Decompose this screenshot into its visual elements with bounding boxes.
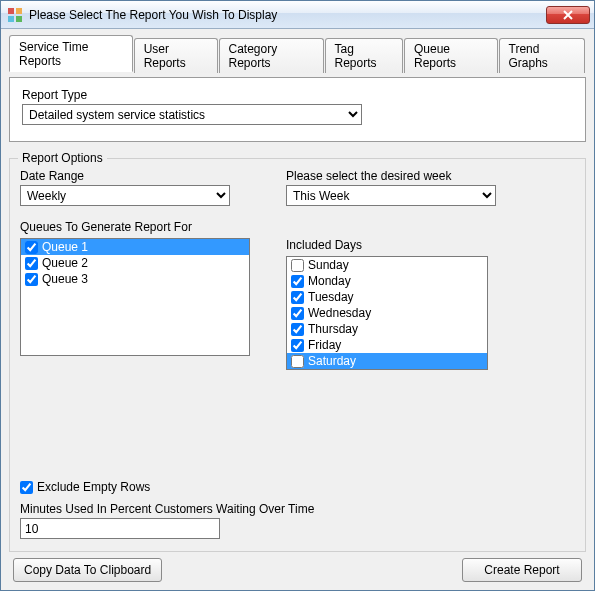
window-title: Please Select The Report You Wish To Dis… xyxy=(29,8,546,22)
queue-item[interactable]: Queue 1 xyxy=(21,239,249,255)
report-type-label: Report Type xyxy=(22,88,573,102)
day-item-label: Saturday xyxy=(308,354,356,368)
dialog-window: Please Select The Report You Wish To Dis… xyxy=(0,0,595,591)
week-select[interactable]: This Week xyxy=(286,185,496,206)
exclude-empty-label: Exclude Empty Rows xyxy=(37,480,150,494)
client-area: Service Time Reports User Reports Catego… xyxy=(1,29,594,590)
day-checkbox[interactable] xyxy=(291,339,304,352)
date-range-select[interactable]: Weekly xyxy=(20,185,230,206)
report-options-group: Report Options Date Range Weekly Queues … xyxy=(9,158,586,552)
svg-rect-0 xyxy=(8,8,14,14)
day-checkbox[interactable] xyxy=(291,259,304,272)
button-row: Copy Data To Clipboard Create Report xyxy=(9,558,586,582)
copy-to-clipboard-button[interactable]: Copy Data To Clipboard xyxy=(13,558,162,582)
day-checkbox[interactable] xyxy=(291,307,304,320)
exclude-empty-checkbox[interactable] xyxy=(20,481,33,494)
tab-category-reports[interactable]: Category Reports xyxy=(219,38,324,73)
queue-item[interactable]: Queue 2 xyxy=(21,255,249,271)
queues-listbox[interactable]: Queue 1 Queue 2 Queue 3 xyxy=(20,238,250,356)
create-report-button[interactable]: Create Report xyxy=(462,558,582,582)
day-item-label: Sunday xyxy=(308,258,349,272)
day-item[interactable]: Saturday xyxy=(287,353,487,369)
queue-checkbox[interactable] xyxy=(25,273,38,286)
tab-user-reports[interactable]: User Reports xyxy=(134,38,218,73)
day-checkbox[interactable] xyxy=(291,275,304,288)
tabstrip: Service Time Reports User Reports Catego… xyxy=(9,35,586,72)
queue-checkbox[interactable] xyxy=(25,257,38,270)
options-columns: Date Range Weekly Queues To Generate Rep… xyxy=(20,169,575,370)
day-checkbox[interactable] xyxy=(291,355,304,368)
right-column: Please select the desired week This Week… xyxy=(286,169,575,370)
day-item[interactable]: Wednesday xyxy=(287,305,487,321)
minutes-input[interactable] xyxy=(20,518,220,539)
svg-rect-2 xyxy=(8,16,14,22)
app-icon xyxy=(7,7,23,23)
svg-rect-1 xyxy=(16,8,22,14)
day-item-label: Wednesday xyxy=(308,306,371,320)
day-item[interactable]: Monday xyxy=(287,273,487,289)
queue-item[interactable]: Queue 3 xyxy=(21,271,249,287)
close-button[interactable] xyxy=(546,6,590,24)
tab-panel: Report Type Detailed system service stat… xyxy=(9,77,586,142)
report-type-select[interactable]: Detailed system service statistics xyxy=(22,104,362,125)
day-item[interactable]: Sunday xyxy=(287,257,487,273)
left-column: Date Range Weekly Queues To Generate Rep… xyxy=(20,169,260,370)
queue-item-label: Queue 2 xyxy=(42,256,88,270)
close-icon xyxy=(563,10,573,20)
exclude-empty-row[interactable]: Exclude Empty Rows xyxy=(20,480,575,494)
day-item-label: Thursday xyxy=(308,322,358,336)
day-item-label: Friday xyxy=(308,338,341,352)
svg-rect-3 xyxy=(16,16,22,22)
days-listbox[interactable]: Sunday Monday Tuesday Wednesday xyxy=(286,256,488,370)
day-item[interactable]: Friday xyxy=(287,337,487,353)
tab-queue-reports[interactable]: Queue Reports xyxy=(404,38,498,73)
day-checkbox[interactable] xyxy=(291,323,304,336)
queue-item-label: Queue 3 xyxy=(42,272,88,286)
tab-tag-reports[interactable]: Tag Reports xyxy=(325,38,403,73)
report-options-title: Report Options xyxy=(18,151,107,165)
day-item[interactable]: Thursday xyxy=(287,321,487,337)
tab-trend-graphs[interactable]: Trend Graphs xyxy=(499,38,586,73)
day-item-label: Tuesday xyxy=(308,290,354,304)
queue-checkbox[interactable] xyxy=(25,241,38,254)
date-range-label: Date Range xyxy=(20,169,260,183)
titlebar: Please Select The Report You Wish To Dis… xyxy=(1,1,594,29)
days-label: Included Days xyxy=(286,238,575,252)
day-item-label: Monday xyxy=(308,274,351,288)
queues-label: Queues To Generate Report For xyxy=(20,220,260,234)
tab-service-time-reports[interactable]: Service Time Reports xyxy=(9,35,133,72)
day-item[interactable]: Tuesday xyxy=(287,289,487,305)
queue-item-label: Queue 1 xyxy=(42,240,88,254)
week-select-label: Please select the desired week xyxy=(286,169,575,183)
minutes-label: Minutes Used In Percent Customers Waitin… xyxy=(20,502,575,516)
day-checkbox[interactable] xyxy=(291,291,304,304)
